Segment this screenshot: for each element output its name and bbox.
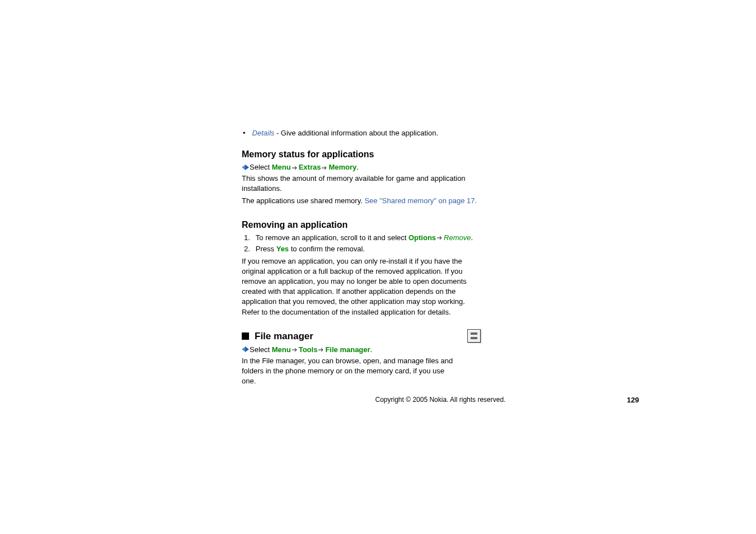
memory-para-2: The applications use shared memory. See … (242, 196, 482, 206)
step-number: 1. (244, 233, 250, 242)
remove-text: Remove (444, 233, 471, 242)
step1-pre: To remove an application, scroll to it a… (256, 233, 408, 242)
nav-extras[interactable]: Extras (299, 163, 321, 171)
select-label: Select (250, 345, 272, 354)
nav-arrows-icon (242, 165, 249, 170)
page-number: 129 (627, 396, 639, 404)
nav-arrows-icon (242, 346, 249, 352)
file-manager-heading: File manager (255, 331, 313, 342)
fm-para: In the File manager, you can browse, ope… (242, 356, 460, 387)
bullet-dot: • (243, 129, 246, 137)
section-square-icon (242, 332, 249, 340)
details-desc: - Give additional information about the … (274, 129, 438, 137)
arrow-separator-icon (292, 163, 298, 171)
removing-para: If you remove an application, you can on… (242, 256, 482, 317)
arrow-separator-icon (321, 163, 328, 171)
shared-memory-link[interactable]: See "Shared memory" on page 17. (364, 196, 477, 205)
step-number: 2. (244, 245, 250, 253)
nav-file-manager[interactable]: File manager (325, 345, 370, 354)
nav-menu[interactable]: Menu (272, 163, 291, 171)
nav-tools[interactable]: Tools (299, 345, 318, 354)
select-label: Select (250, 163, 272, 171)
copyright-text: Copyright © 2005 Nokia. All rights reser… (375, 396, 506, 404)
details-link[interactable]: Details (252, 129, 275, 137)
options-text: Options (408, 233, 436, 242)
file-manager-heading-row: File manager (242, 331, 482, 342)
nav-menu-2[interactable]: Menu (272, 345, 291, 354)
remove-step-2: 2. Press Yes to confirm the removal. (244, 245, 482, 253)
arrow-separator-icon (318, 345, 325, 354)
memory-status-heading: Memory status for applications (242, 149, 482, 160)
file-manager-icon (467, 329, 481, 343)
shared-mem-pre: The applications use shared memory. (242, 196, 364, 205)
nav-memory[interactable]: Memory (328, 163, 356, 171)
memory-para-1: This shows the amount of memory availabl… (242, 174, 482, 194)
details-bullet: • Details - Give additional information … (242, 129, 482, 137)
removing-heading: Removing an application (242, 220, 482, 230)
arrow-separator-icon (436, 233, 443, 242)
yes-text: Yes (276, 245, 289, 253)
arrow-separator-icon (292, 345, 298, 354)
step2-post: to confirm the removal. (289, 245, 365, 253)
memory-nav-row: Select MenuExtrasMemory. (242, 163, 482, 171)
fm-nav-row: Select MenuToolsFile manager. (242, 345, 482, 354)
remove-step-1: 1. To remove an application, scroll to i… (244, 233, 482, 242)
step2-pre: Press (256, 245, 276, 253)
